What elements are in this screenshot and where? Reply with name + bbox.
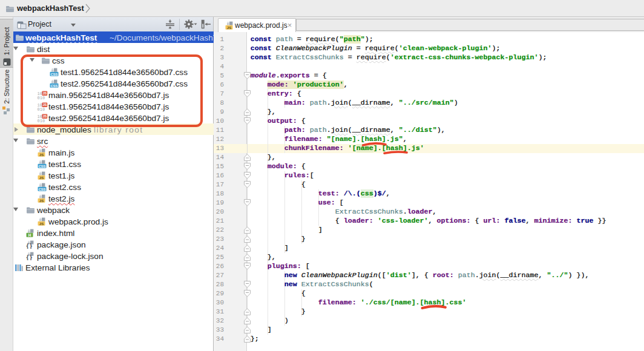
svg-text:010: 010 [38, 118, 45, 122]
svg-text:CSS: CSS [51, 72, 58, 76]
svg-text:{}: {} [27, 254, 33, 260]
svg-text:H: H [28, 232, 31, 237]
svg-text:JS: JS [42, 103, 47, 107]
svg-text:JS: JS [39, 153, 44, 156]
svg-text:JS: JS [42, 91, 47, 95]
svg-text:JS: JS [42, 114, 47, 118]
svg-text:CSS: CSS [39, 164, 46, 168]
svg-text:CSS: CSS [51, 84, 58, 87]
svg-text:{}: {} [27, 242, 33, 249]
svg-text:JS: JS [39, 198, 44, 202]
svg-text:CSS: CSS [39, 187, 46, 191]
svg-text:JS: JS [39, 176, 44, 179]
svg-text:JS: JS [227, 26, 231, 30]
svg-text:010: 010 [38, 107, 45, 110]
svg-text:010: 010 [38, 95, 45, 99]
svg-text:JS: JS [39, 221, 44, 225]
